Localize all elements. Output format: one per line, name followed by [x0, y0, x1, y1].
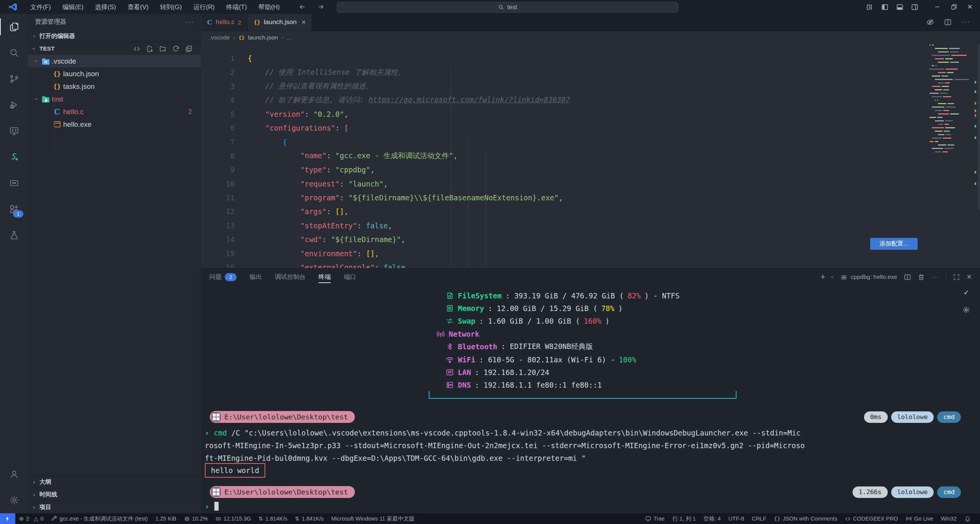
terminal-input-line[interactable]: › — [205, 500, 972, 513]
status-item-indentation[interactable]: 空格: 4 — [700, 513, 725, 524]
code-icon[interactable] — [133, 45, 140, 52]
status-item-cpu[interactable]: 10.2% — [180, 513, 212, 524]
split-editor-icon[interactable] — [944, 18, 952, 26]
breadcrumb-file[interactable]: launch.json — [248, 34, 278, 41]
status-item-encoding[interactable]: UTF-8 — [725, 513, 748, 524]
status-item-eol[interactable]: CRLF — [748, 513, 770, 524]
breadcrumb-folder[interactable]: .vscode — [209, 34, 230, 41]
status-label: Microsoft Windows 11 家庭中文版 — [332, 515, 415, 522]
tree-item-hello-c[interactable]: Chello.c2 — [28, 105, 201, 118]
menu-1[interactable]: 编辑(E) — [57, 0, 89, 14]
terminal-dropdown-icon[interactable]: › — [830, 276, 836, 278]
ai-assistant-activity-item[interactable] — [0, 144, 28, 170]
menu-4[interactable]: 转到(G) — [154, 0, 188, 14]
breadcrumb[interactable]: .vscode › {} launch.json › ... — [201, 31, 980, 44]
menu-7[interactable]: 帮助(H) — [253, 0, 286, 14]
panel-tab-调试控制台[interactable]: 调试控制台 — [275, 269, 305, 285]
search-activity-item[interactable] — [0, 40, 28, 66]
customize-layout-icon[interactable] — [866, 3, 874, 11]
panel-tab-端口[interactable]: 端口 — [344, 269, 356, 285]
tab-launch-json[interactable]: {}launch.json× — [248, 14, 312, 31]
tree-item-launch-json[interactable]: {}launch.json — [28, 67, 201, 80]
minimap-seg — [944, 124, 949, 125]
split-terminal-icon[interactable] — [904, 273, 911, 281]
close-tab-icon[interactable]: × — [302, 18, 306, 26]
account-activity-item[interactable] — [0, 461, 28, 487]
terminal-settings-icon[interactable] — [962, 306, 970, 314]
tree-item-tasks-json[interactable]: {}tasks.json — [28, 80, 201, 93]
status-item-cursor-position[interactable]: 行 1, 列 1 — [668, 513, 699, 524]
extensions-activity-item[interactable]: 1 — [0, 196, 28, 222]
minimap-line — [929, 151, 976, 153]
menu-0[interactable]: 文件(F) — [24, 0, 57, 14]
tree-item-hello-exe[interactable]: hello.exe — [28, 118, 201, 131]
status-item-net-down[interactable]: ⇅1.841K/s — [291, 513, 328, 524]
open-editors-section[interactable]: › 打开的编辑器 — [28, 30, 201, 42]
tree-item-test[interactable]: ›test — [28, 93, 201, 105]
status-item-notifications[interactable] — [960, 513, 975, 524]
menu-5[interactable]: 运行(R) — [188, 0, 220, 14]
search-box[interactable]: test — [337, 2, 678, 13]
status-item-file-size[interactable]: 1.25 KiB — [152, 513, 180, 524]
panel-tab-输出[interactable]: 输出 — [250, 269, 262, 285]
status-item-codegeex[interactable]: CODEGEEX PRO — [841, 513, 902, 524]
status-item-language-mode[interactable]: {}JSON with Comments — [770, 513, 841, 524]
minimap[interactable] — [929, 44, 976, 224]
source-control-activity-item[interactable] — [0, 66, 28, 92]
eye-off-icon[interactable] — [926, 18, 934, 26]
status-item-problems[interactable]: ⊗2△0 — [15, 513, 47, 524]
remote-explorer-activity-item[interactable] — [0, 118, 28, 144]
toggle-sidebar-icon[interactable] — [881, 3, 889, 11]
status-item-remote[interactable] — [0, 513, 15, 524]
status-item-go-live[interactable]: Go Live — [902, 513, 937, 524]
maximize-panel-icon[interactable] — [953, 273, 960, 281]
close-panel-icon[interactable]: × — [967, 272, 972, 282]
status-item-trae[interactable]: Trae — [641, 513, 668, 524]
close-window-icon[interactable]: × — [967, 3, 972, 10]
add-configuration-button[interactable]: 添加配置... — [870, 238, 918, 250]
new-folder-icon[interactable] — [159, 45, 167, 52]
settings-gear-activity-item[interactable] — [0, 487, 28, 513]
snippets-activity-item[interactable] — [0, 170, 28, 196]
run-debug-activity-item[interactable] — [0, 92, 28, 118]
forward-icon[interactable] — [315, 0, 327, 14]
menu-6[interactable]: 终端(T) — [220, 0, 253, 14]
kill-terminal-icon[interactable] — [918, 273, 925, 281]
testing-activity-item[interactable] — [0, 222, 28, 248]
sidebar-section-大纲[interactable]: ›大纲 — [28, 475, 201, 488]
minimap-seg — [951, 55, 967, 56]
code-editor[interactable]: 1{2 // 使用 IntelliSense 了解相关属性。3 // 悬停以查看… — [201, 44, 980, 268]
sidebar-more-icon[interactable]: ··· — [185, 18, 194, 26]
tree-item--vscode[interactable]: ›.vscode — [28, 55, 201, 67]
breadcrumb-symbol[interactable]: ... — [287, 34, 292, 41]
panel-tab-终端[interactable]: 终端 — [318, 269, 331, 285]
status-item-ram[interactable]: 12.1/15.3G — [212, 513, 255, 524]
panel-tab-问题[interactable]: 问题2 — [209, 269, 237, 285]
status-item-debug-config[interactable]: gcc.exe - 生成和调试活动文件 (test) — [47, 513, 151, 524]
terminal-process-item[interactable]: cppdbg: hello.exe — [840, 273, 897, 281]
workspace-section[interactable]: › TEST — [28, 42, 201, 55]
menu-2[interactable]: 选择(S) — [89, 0, 122, 14]
refresh-icon[interactable] — [172, 45, 180, 52]
code-text: "cwd": "${fileDirname}", — [248, 235, 405, 244]
status-item-platform[interactable]: Win32 — [937, 513, 960, 524]
sidebar-section-项目[interactable]: ›项目 — [28, 501, 201, 513]
tab-hello-c[interactable]: Chello.c2 — [201, 14, 248, 31]
editor-scrollbar[interactable] — [978, 44, 980, 209]
status-item-net-up[interactable]: ⇅1.814K/s — [255, 513, 291, 524]
restore-icon[interactable] — [951, 3, 957, 10]
status-item-os[interactable]: Microsoft Windows 11 家庭中文版 — [328, 513, 418, 524]
new-terminal-icon[interactable]: + — [820, 272, 825, 282]
minimize-icon[interactable] — [934, 3, 941, 10]
menu-3[interactable]: 查看(V) — [122, 0, 154, 14]
check-icon[interactable]: ✓ — [964, 288, 969, 297]
back-icon[interactable] — [297, 0, 308, 14]
panel-more-icon[interactable]: ··· — [931, 273, 940, 280]
toggle-secondary-sidebar-icon[interactable] — [911, 3, 918, 11]
toggle-panel-icon[interactable] — [896, 3, 903, 11]
more-actions-icon[interactable]: ··· — [962, 19, 970, 26]
new-file-icon[interactable] — [146, 45, 154, 52]
collapse-all-icon[interactable] — [185, 45, 193, 52]
files-activity-item[interactable] — [0, 14, 28, 40]
sidebar-section-时间线[interactable]: ›时间线 — [28, 488, 201, 501]
